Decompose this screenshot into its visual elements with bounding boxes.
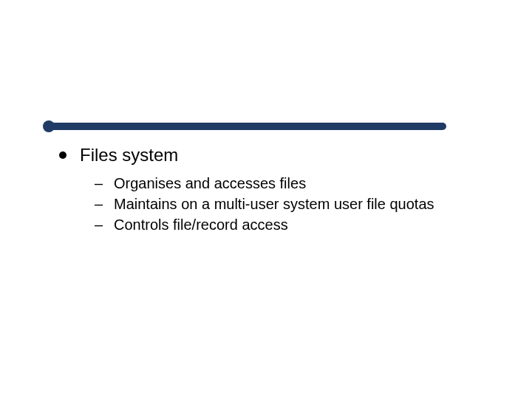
heading-text: Files system xyxy=(80,144,178,166)
sub-bullet-list: – Organises and accesses files – Maintai… xyxy=(95,174,488,234)
dash-icon: – xyxy=(95,194,114,214)
bullet-level1: Files system xyxy=(59,144,488,166)
list-item: – Controls file/record access xyxy=(95,215,488,234)
title-underline-bar xyxy=(49,123,446,130)
slide: Files system – Organises and accesses fi… xyxy=(0,0,532,399)
list-item: – Organises and accesses files xyxy=(95,174,488,193)
bullet-dot-icon xyxy=(59,151,66,159)
dash-icon: – xyxy=(95,174,114,193)
sub-bullet-text: Controls file/record access xyxy=(114,215,288,234)
sub-bullet-text: Maintains on a multi-user system user fi… xyxy=(114,194,434,214)
sub-bullet-text: Organises and accesses files xyxy=(114,174,306,193)
title-underline xyxy=(43,120,446,132)
content-area: Files system – Organises and accesses fi… xyxy=(59,144,488,236)
list-item: – Maintains on a multi-user system user … xyxy=(95,194,488,214)
dash-icon: – xyxy=(95,215,114,234)
